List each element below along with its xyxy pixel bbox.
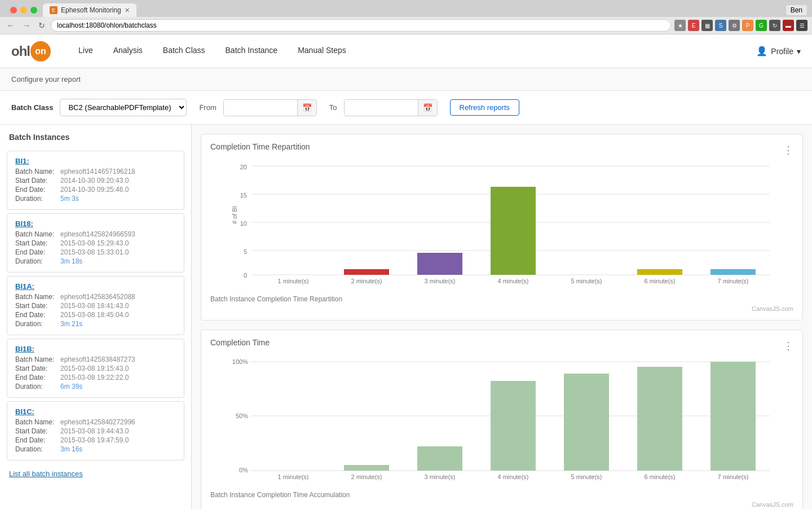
nav-item-analysis[interactable]: Analysis — [103, 34, 153, 68]
profile-button[interactable]: 👤 Profile ▾ — [756, 46, 801, 56]
chart1-container: 20 15 10 5 0 # of BI — [210, 159, 793, 291]
batch-class-select[interactable]: BC2 (SearchablePDFTemplate) — [60, 99, 187, 116]
bi-key: Start Date: — [15, 427, 60, 435]
main-content: Batch Instances BI1: Batch Name: ephesof… — [0, 125, 812, 509]
reload-button[interactable]: ↻ — [36, 20, 47, 31]
bi-row: Duration: 3m 21s — [15, 320, 176, 328]
maximize-traffic-light[interactable] — [30, 7, 37, 14]
svg-text:4 minute(s): 4 minute(s) — [497, 278, 528, 284]
bi-title-5[interactable]: BI1C: — [15, 407, 176, 416]
svg-text:# of BI: # of BI — [231, 206, 238, 224]
to-date-wrapper: 📅 — [344, 99, 438, 116]
batch-class-filter-label: Batch Class — [11, 103, 53, 112]
bi-row: End Date: 2015-03-08 19:22:22.0 — [15, 374, 176, 381]
nav-item-batch-class[interactable]: Batch Class — [153, 34, 215, 68]
bi-val: 2015-03-08 19:15:43.0 — [60, 365, 129, 372]
forward-button[interactable]: → — [20, 20, 33, 31]
bi-row: Start Date: 2015-03-08 18:41:43.0 — [15, 302, 176, 310]
ext-icon-5[interactable]: P — [742, 20, 753, 31]
address-bar[interactable] — [51, 19, 671, 32]
bi-card-3: BI1A: Batch Name: ephesoft1425836452088 … — [7, 276, 184, 335]
bi-key: Batch Name: — [15, 168, 60, 175]
nav-item-manual-steps[interactable]: Manual Steps — [288, 34, 356, 68]
bi-key: End Date: — [15, 248, 60, 256]
to-calendar-button[interactable]: 📅 — [418, 100, 437, 116]
svg-text:6 minute(s): 6 minute(s) — [644, 473, 675, 480]
ext-icon-1[interactable]: E — [688, 20, 699, 31]
ext-icon-7[interactable]: ↻ — [769, 20, 780, 31]
bi-val: 2015-03-08 18:45:04.0 — [60, 311, 129, 319]
svg-text:10: 10 — [240, 220, 247, 227]
chart2-credit: CanvasJS.com — [210, 501, 793, 508]
bi-val: 2015-03-08 15:33:01.0 — [60, 248, 129, 256]
bi-val: ephesoft1425838487273 — [60, 356, 135, 363]
bi-key: End Date: — [15, 436, 60, 444]
bi-title-2[interactable]: BI18: — [15, 220, 176, 228]
bi-row: Start Date: 2015-03-08 15:29:43.0 — [15, 239, 176, 247]
bi-row: Duration: 5m 3s — [15, 195, 176, 203]
back-button[interactable]: ← — [5, 20, 17, 31]
bi-val: 2015-03-08 19:47:59.0 — [60, 436, 129, 444]
bi-row: Start Date: 2014-10-30 09:20:43.0 — [15, 177, 176, 185]
logo-on-text: on — [35, 46, 46, 56]
svg-rect-17 — [710, 269, 756, 275]
bi-title-1[interactable]: BI1: — [15, 157, 176, 165]
bi-key: Duration: — [15, 195, 60, 203]
nav-item-batch-instance[interactable]: Batch Instance — [215, 34, 288, 68]
bi-row: Batch Name: ephesoft1425838487273 — [15, 356, 176, 363]
bi-key: End Date: — [15, 311, 60, 319]
svg-text:100%: 100% — [232, 358, 248, 365]
nav-item-live[interactable]: Live — [68, 34, 103, 68]
left-panel: Batch Instances BI1: Batch Name: ephesof… — [0, 125, 192, 509]
from-calendar-button[interactable]: 📅 — [297, 100, 316, 116]
bi-val: ephesoft1425824966593 — [60, 230, 135, 238]
svg-text:3 minute(s): 3 minute(s) — [424, 473, 455, 480]
bi-row: Duration: 6m 39s — [15, 383, 176, 390]
close-traffic-light[interactable] — [10, 7, 17, 14]
bi-row: Batch Name: ephesoft1425836452088 — [15, 293, 176, 301]
chart1-menu-icon[interactable]: ⋮ — [783, 144, 793, 156]
from-date-input[interactable] — [224, 100, 297, 115]
ext-icon-4[interactable]: ⚙ — [729, 20, 740, 31]
ext-icon-6[interactable]: G — [756, 20, 767, 31]
chart2-svg: 100% 50% 0% — [210, 355, 793, 485]
app-header: ohl on Live Analysis Batch Class Batch I… — [0, 34, 812, 68]
bi-val: 2014-10-30 09:20:43.0 — [60, 177, 129, 185]
menu-icon[interactable]: ☰ — [796, 20, 807, 31]
filter-row: Batch Class BC2 (SearchablePDFTemplate) … — [0, 91, 812, 125]
browser-tab[interactable]: E Ephesoft Monitoring ✕ — [43, 3, 136, 17]
chart2-menu-icon[interactable]: ⋮ — [783, 340, 793, 352]
minimize-traffic-light[interactable] — [20, 7, 27, 14]
svg-text:3 minute(s): 3 minute(s) — [424, 278, 455, 284]
bi-val: 3m 16s — [60, 445, 82, 453]
user-name-button[interactable]: Ben — [785, 5, 807, 16]
tab-close-button[interactable]: ✕ — [125, 7, 130, 14]
bi-title-4[interactable]: BI1B: — [15, 345, 176, 353]
bi-card-1: BI1: Batch Name: ephesoft1414657196218 S… — [7, 151, 184, 210]
browser-icons: ★ E ▦ S ⚙ P G ↻ ▬ ☰ — [674, 20, 807, 31]
svg-text:4 minute(s): 4 minute(s) — [497, 473, 528, 480]
bi-card-2: BI18: Batch Name: ephesoft1425824966593 … — [7, 213, 184, 273]
bi-row: End Date: 2015-03-08 18:45:04.0 — [15, 311, 176, 319]
list-all-link[interactable]: List all batch instances — [0, 464, 191, 484]
refresh-reports-button[interactable]: Refresh reports — [450, 99, 520, 116]
bi-row: Start Date: 2015-03-08 19:44:43.0 — [15, 427, 176, 435]
bi-row: Batch Name: ephesoft1425840272996 — [15, 418, 176, 426]
bi-key: Batch Name: — [15, 418, 60, 426]
bi-title-3[interactable]: BI1A: — [15, 282, 176, 291]
svg-text:6 minute(s): 6 minute(s) — [644, 278, 675, 284]
bi-key: End Date: — [15, 186, 60, 194]
ext-icon-2[interactable]: ▦ — [701, 20, 713, 31]
bi-val: ephesoft1425836452088 — [60, 293, 135, 301]
chart1-credit: CanvasJS.com — [210, 305, 793, 312]
ext-icon-8[interactable]: ▬ — [783, 20, 794, 31]
bi-key: Duration: — [15, 320, 60, 328]
to-date-input[interactable] — [345, 100, 418, 115]
profile-icon: 👤 — [756, 46, 767, 56]
bi-val: ephesoft1414657196218 — [60, 168, 135, 175]
svg-text:1 minute(s): 1 minute(s) — [277, 473, 308, 480]
bookmark-icon[interactable]: ★ — [674, 20, 686, 31]
ext-icon-3[interactable]: S — [715, 20, 726, 31]
bi-row: Batch Name: ephesoft1425824966593 — [15, 230, 176, 238]
chart1-subtitle: Batch Instance Completion Time Repartiti… — [210, 295, 793, 303]
